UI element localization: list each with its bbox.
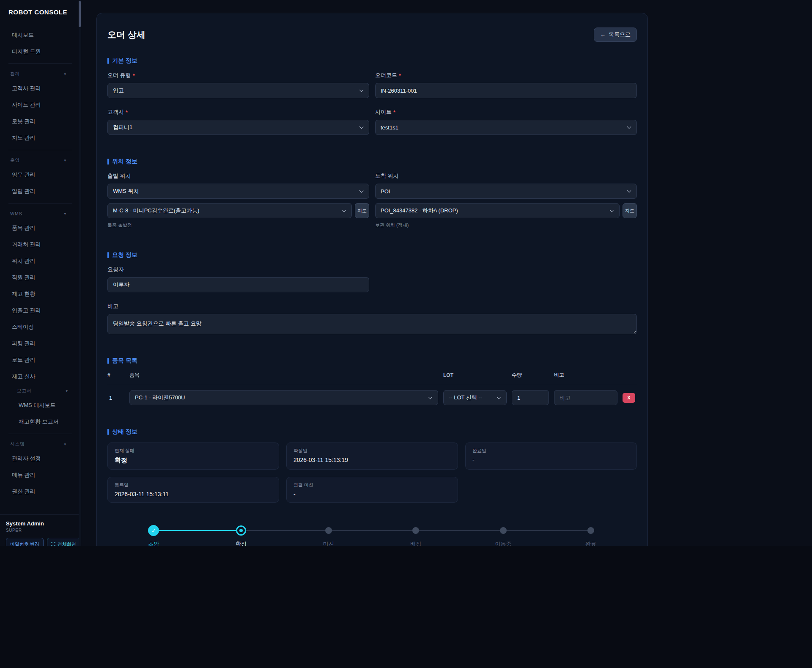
sidebar-item-stocktake[interactable]: 재고 실사 [0,368,81,385]
sidebar-item-admin-settings[interactable]: 관리자 설정 [0,450,81,467]
step-todo-icon [500,527,507,534]
field-label: 비고 [107,302,637,310]
origin-map-button[interactable]: 지도 [355,203,369,218]
sidebar-section-label: 보고서 [17,388,32,394]
note-textarea[interactable]: 당일발송 요청건으로 빠른 출고 요망 [107,314,637,334]
sidebar-item-inventory[interactable]: 재고 현황 [0,286,81,302]
origin-location-select[interactable]: M-C-8 - 미니PC검수완료(출고가능) [107,203,352,218]
user-role: SUPER [6,528,75,533]
step-mission: 미션 [285,525,372,546]
change-password-button[interactable]: 비밀번호 변경 [6,538,44,546]
step-moving: 이동중 [460,525,547,546]
section-title: 요청 정보 [107,251,637,259]
sidebar-section-label: WMS [10,211,22,216]
sidebar-item-products[interactable]: 품목 관리 [0,220,81,236]
sidebar-footer: System Admin SUPER 비밀번호 변경 전체화면 [0,514,81,546]
sidebar-section-wms[interactable]: WMS ▾ [0,207,81,220]
chevron-down-icon: ▾ [64,158,66,162]
step-complete: 완료 [547,525,634,546]
sidebar-section-system[interactable]: 시스템 ▾ [0,438,81,450]
chevron-down-icon [497,395,501,399]
delete-item-button[interactable]: X [623,393,635,403]
sidebar-divider [8,203,72,203]
section-request-info: 요청 정보 요청자 비고 당일발송 요청건으로 빠른 출고 요망 [107,251,637,334]
chevron-down-icon: ▾ [64,442,66,446]
sidebar-item-customers[interactable]: 고객사 관리 [0,80,81,96]
section-title: 상태 정보 [107,428,637,436]
sidebar-item-vendors[interactable]: 거래처 관리 [0,236,81,253]
section-title: 품목 목록 [107,357,637,365]
sidebar-item-permissions[interactable]: 권한 관리 [0,483,81,500]
section-title-bar [107,159,109,165]
chevron-down-icon [627,189,631,193]
section-title-bar [107,358,109,364]
sidebar-item-sites[interactable]: 사이트 관리 [0,96,81,113]
destination-location-select[interactable]: POI_84347382 - 하차A (DROP) [375,203,620,218]
user-name: System Admin [6,520,75,527]
item-table-row: 1 PC-1 - 라이젠5700U -- LOT 선택 -- X [107,384,637,405]
sidebar-item-maps[interactable]: 지도 관리 [0,129,81,146]
sidebar-item-missions[interactable]: 임무 관리 [0,166,81,183]
section-status-info: 상태 정보 현재 상태 확정 확정일 2026-03-11 15:13:19 완… [107,428,637,546]
sidebar-item-staff[interactable]: 직원 관리 [0,269,81,286]
field-label: 출발 위치 [107,172,369,180]
order-type-select[interactable]: 입고 [107,83,369,98]
sidebar-item-dashboard[interactable]: 대시보드 [0,27,81,43]
sidebar-item-lots[interactable]: 로트 관리 [0,352,81,368]
sidebar-section-label: 운영 [10,157,20,163]
origin-type-select[interactable]: WMS 위치 [107,184,369,199]
field-label: 사이트* [375,108,637,116]
sidebar-divider [8,63,72,64]
row-note-input[interactable] [554,390,617,405]
destination-type-select[interactable]: POI [375,184,637,199]
sidebar-section-operations[interactable]: 운영 ▾ [0,154,81,166]
field-label: 오더코드* [375,71,637,79]
destination-caption: 보관 위치 (적재) [375,222,637,228]
step-assigned: 배정 [372,525,460,546]
sidebar-section-reports[interactable]: 보고서 ▾ [0,385,81,397]
step-done-icon: ✓ [148,525,159,536]
fullscreen-button[interactable]: 전체화면 [47,538,80,546]
sidebar-item-robots[interactable]: 로봇 관리 [0,113,81,129]
chevron-down-icon [359,88,364,92]
field-label: 도착 위치 [375,172,637,180]
field-label: 오더 유형* [107,71,369,79]
sidebar: ROBOT CONSOLE 대시보드 디지털 트윈 관리 ▾ 고객사 관리 사이… [0,0,81,546]
required-asterisk: * [126,109,128,115]
sidebar-item-locations[interactable]: 위치 관리 [0,253,81,269]
quantity-input[interactable] [512,390,549,405]
sidebar-item-staging[interactable]: 스테이징 [0,319,81,335]
step-draft: ✓ 초안 [110,525,198,546]
sidebar-item-menu-management[interactable]: 메뉴 관리 [0,467,81,483]
sidebar-item-digital-twin[interactable]: 디지털 트윈 [0,43,81,60]
status-card-confirmed-date: 확정일 2026-03-11 15:13:19 [286,443,458,470]
sidebar-item-alerts[interactable]: 알림 관리 [0,183,81,199]
order-code-input[interactable] [375,83,637,98]
back-to-list-button[interactable]: ← 목록으로 [594,27,637,42]
destination-map-button[interactable]: 지도 [623,203,637,218]
site-select[interactable]: test1s1 [375,120,637,135]
sidebar-item-picking[interactable]: 피킹 관리 [0,335,81,352]
chevron-down-icon [342,208,346,212]
item-select[interactable]: PC-1 - 라이젠5700U [129,390,438,405]
lot-select[interactable]: -- LOT 선택 -- [443,390,507,405]
sidebar-section-label: 관리 [10,71,20,77]
section-title-bar [107,58,109,64]
sidebar-scrollbar-thumb[interactable] [79,1,81,27]
app-viewport: ROBOT CONSOLE 대시보드 디지털 트윈 관리 ▾ 고객사 관리 사이… [0,0,812,546]
step-current-icon [236,525,246,536]
required-asterisk: * [133,72,135,79]
section-title: 기본 정보 [107,57,637,65]
section-title-bar [107,252,109,258]
sidebar-item-inventory-report[interactable]: 재고현황 보고서 [0,413,81,430]
requester-input[interactable] [107,277,369,292]
sidebar-item-wms-dashboard[interactable]: WMS 대시보드 [0,397,81,413]
sidebar-divider [8,434,72,434]
origin-caption: 물품 출발점 [107,222,369,228]
sidebar-section-management[interactable]: 관리 ▾ [0,68,81,80]
sidebar-scrollbar-track [79,0,81,546]
main-content: 오더 상세 ← 목록으로 기본 정보 오더 유형* [81,0,812,546]
customer-select[interactable]: 컴퍼니1 [107,120,369,135]
sidebar-item-inout[interactable]: 입출고 관리 [0,302,81,319]
step-todo-icon [325,527,332,534]
